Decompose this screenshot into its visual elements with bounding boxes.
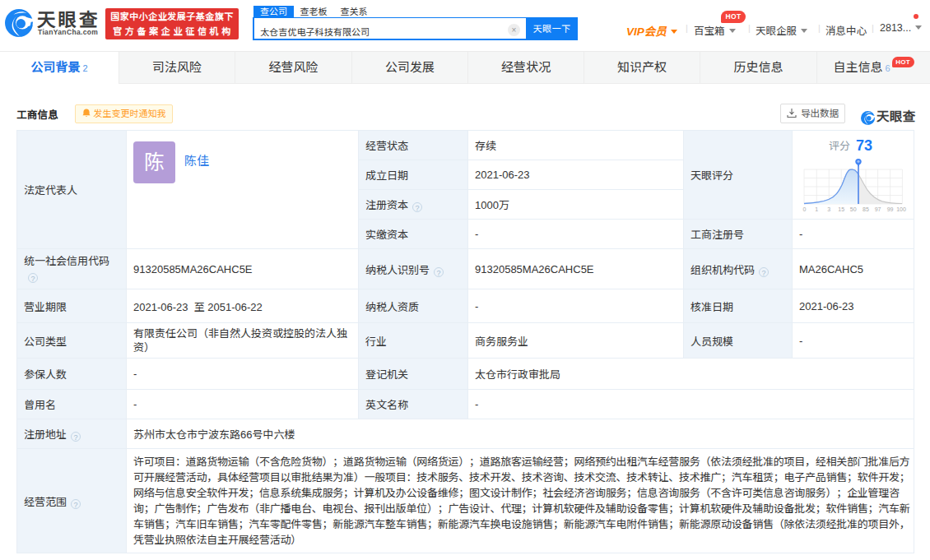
svg-text:3: 3 [827,206,830,212]
svg-text:50: 50 [850,206,857,212]
svg-text:1: 1 [815,206,818,212]
svg-text:0: 0 [803,206,807,212]
svg-text:99: 99 [887,206,894,212]
svg-text:97: 97 [875,206,881,212]
svg-text:100: 100 [896,206,906,212]
svg-text:15: 15 [838,206,844,212]
svg-text:85: 85 [863,206,869,212]
